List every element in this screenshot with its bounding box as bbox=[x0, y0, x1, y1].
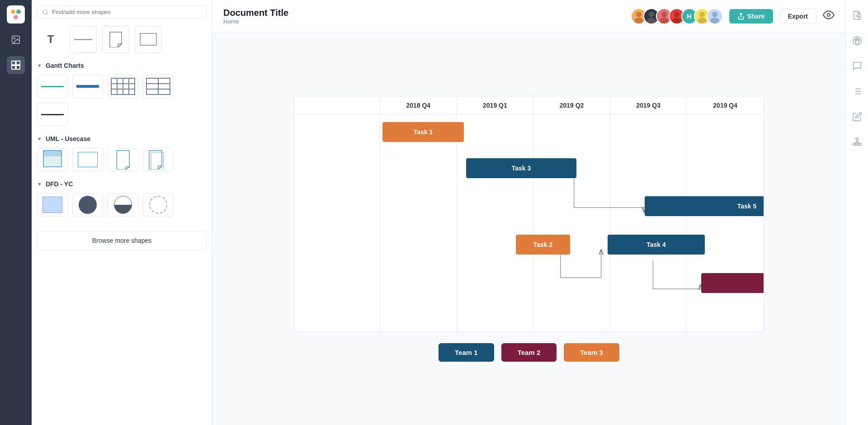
svg-point-22 bbox=[699, 12, 705, 17]
right-icon-edit[interactable] bbox=[849, 109, 865, 125]
connector-svg bbox=[294, 115, 764, 332]
task-bar-4[interactable]: Task 4 bbox=[608, 235, 705, 255]
preview-icon[interactable] bbox=[823, 9, 835, 24]
svg-rect-13 bbox=[43, 151, 61, 156]
task-bar-3[interactable]: Task 3 bbox=[466, 158, 576, 178]
right-icon-list[interactable] bbox=[849, 83, 865, 99]
gantt-shape-2[interactable] bbox=[72, 75, 103, 98]
svg-point-14 bbox=[636, 12, 642, 17]
gantt-shapes-grid bbox=[37, 75, 207, 126]
task-bar-5[interactable]: Task 5 bbox=[645, 196, 764, 216]
gantt-chevron: ▼ bbox=[37, 63, 42, 68]
section-uml-header[interactable]: ▼ UML - Usecase bbox=[37, 135, 207, 142]
avatar-7 bbox=[707, 8, 723, 24]
svg-point-24 bbox=[712, 12, 717, 17]
task-bar-1[interactable]: Task 1 bbox=[382, 122, 464, 142]
svg-point-28 bbox=[857, 16, 859, 18]
shape-rect[interactable] bbox=[135, 26, 162, 53]
svg-point-9 bbox=[43, 9, 47, 14]
section-gantt-label: Gantt Charts bbox=[46, 62, 84, 69]
svg-point-30 bbox=[854, 39, 856, 41]
gantt-chart: 2018 Q4 2019 Q1 2019 Q2 2019 Q3 2019 Q4 bbox=[294, 96, 764, 332]
svg-point-25 bbox=[710, 18, 719, 24]
uml-shape-4[interactable] bbox=[143, 148, 174, 171]
doc-title-area: Document Title Home bbox=[223, 8, 288, 25]
uml-shape-3[interactable] bbox=[108, 148, 138, 171]
svg-point-18 bbox=[661, 12, 667, 17]
svg-rect-7 bbox=[12, 66, 15, 69]
task-bar-6[interactable]: Task 6 bbox=[701, 273, 764, 293]
svg-point-31 bbox=[856, 38, 858, 39]
task-bar-2[interactable]: Task 2 bbox=[516, 235, 570, 255]
shapes-panel: T ▼ Gantt Charts bbox=[32, 0, 212, 425]
avatars: H bbox=[631, 8, 723, 24]
header-right: H Share Export bbox=[631, 8, 835, 24]
dfd-shapes-grid bbox=[37, 193, 207, 217]
right-icon-hierarchy[interactable] bbox=[849, 134, 865, 150]
gantt-tasks-layer: Task 1 Task 3 Task 5 Task 2 bbox=[294, 115, 764, 332]
gantt-header: 2018 Q4 2019 Q1 2019 Q2 2019 Q3 2019 Q4 bbox=[294, 96, 764, 115]
doc-title: Document Title bbox=[223, 8, 288, 18]
svg-point-15 bbox=[634, 18, 643, 24]
gantt-col-q4-2019: 2019 Q4 bbox=[687, 96, 764, 114]
svg-rect-40 bbox=[853, 144, 855, 146]
sidebar-icon-image[interactable] bbox=[7, 31, 25, 49]
gantt-shape-1[interactable] bbox=[37, 75, 68, 98]
svg-rect-11 bbox=[140, 33, 156, 45]
gantt-shape-5[interactable] bbox=[37, 103, 68, 126]
svg-point-0 bbox=[11, 9, 15, 14]
shape-line[interactable] bbox=[70, 26, 97, 53]
search-input[interactable] bbox=[52, 9, 202, 15]
browse-more-shapes-button[interactable]: Browse more shapes bbox=[37, 231, 207, 250]
right-icon-palette[interactable] bbox=[849, 33, 865, 49]
svg-rect-39 bbox=[856, 138, 859, 140]
shape-note[interactable] bbox=[102, 26, 129, 53]
gantt-col-q4-2018: 2018 Q4 bbox=[380, 96, 457, 114]
header: Document Title Home H bbox=[212, 0, 845, 33]
gantt-shape-3[interactable] bbox=[108, 75, 138, 98]
svg-point-4 bbox=[14, 38, 15, 39]
section-dfd-header[interactable]: ▼ DFD - YC bbox=[37, 180, 207, 188]
svg-point-2 bbox=[14, 15, 18, 19]
gantt-shape-4[interactable] bbox=[143, 75, 174, 98]
svg-rect-41 bbox=[856, 144, 859, 146]
basic-shapes-row: T bbox=[37, 26, 207, 53]
app-logo[interactable] bbox=[7, 5, 25, 24]
legend-team1[interactable]: Team 1 bbox=[439, 343, 494, 362]
shape-text[interactable]: T bbox=[37, 26, 64, 53]
section-dfd-label: DFD - YC bbox=[46, 180, 73, 188]
sidebar-icon-shapes[interactable] bbox=[7, 56, 25, 74]
uml-shape-1[interactable] bbox=[37, 148, 68, 171]
svg-rect-5 bbox=[12, 61, 15, 65]
gantt-col-q1-2019: 2019 Q1 bbox=[457, 96, 534, 114]
dfd-shape-2[interactable] bbox=[72, 193, 103, 217]
search-bar[interactable] bbox=[37, 5, 207, 19]
svg-point-1 bbox=[16, 9, 21, 14]
uml-shapes-grid bbox=[37, 148, 207, 171]
svg-rect-8 bbox=[16, 66, 20, 69]
right-icon-file-settings[interactable] bbox=[849, 7, 865, 24]
right-sidebar bbox=[845, 0, 868, 425]
svg-point-17 bbox=[647, 18, 656, 24]
share-button[interactable]: Share bbox=[729, 9, 773, 24]
svg-point-19 bbox=[660, 18, 669, 24]
uml-chevron: ▼ bbox=[37, 136, 42, 142]
dfd-shape-3[interactable] bbox=[108, 193, 138, 217]
gantt-header-empty bbox=[294, 96, 380, 114]
svg-point-23 bbox=[698, 18, 707, 24]
section-gantt-header[interactable]: ▼ Gantt Charts bbox=[37, 62, 207, 69]
dfd-shape-1[interactable] bbox=[37, 193, 68, 217]
svg-rect-6 bbox=[16, 61, 20, 65]
svg-point-32 bbox=[858, 39, 859, 41]
dfd-chevron: ▼ bbox=[37, 181, 42, 187]
gantt-body: Task 1 Task 3 Task 5 Task 2 bbox=[294, 115, 764, 332]
legend-team3[interactable]: Team 3 bbox=[564, 343, 619, 362]
uml-shape-2[interactable] bbox=[72, 148, 103, 171]
main-content: Document Title Home H bbox=[212, 0, 845, 425]
legend-team2[interactable]: Team 2 bbox=[501, 343, 557, 362]
export-button[interactable]: Export bbox=[779, 9, 816, 24]
right-icon-comment[interactable] bbox=[849, 58, 865, 74]
gantt-legend: Team 1 Team 2 Team 3 bbox=[439, 343, 619, 362]
canvas-area[interactable]: 2018 Q4 2019 Q1 2019 Q2 2019 Q3 2019 Q4 bbox=[212, 33, 845, 425]
dfd-shape-4[interactable] bbox=[143, 193, 174, 217]
